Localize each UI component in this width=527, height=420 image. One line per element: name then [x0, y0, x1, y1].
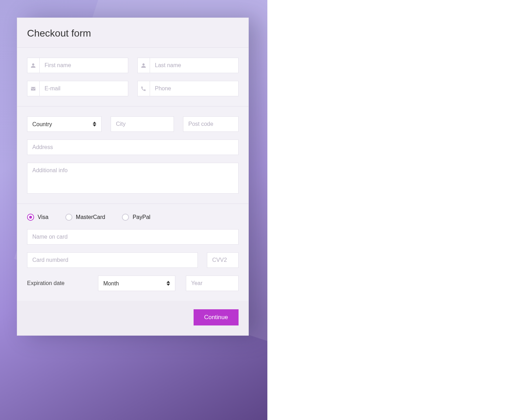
phone-group	[137, 81, 239, 96]
radio-paypal[interactable]: PayPal	[122, 214, 150, 221]
radio-mastercard[interactable]: MasterCard	[65, 214, 105, 221]
first-name-input[interactable]	[40, 58, 128, 73]
radio-dot-icon	[65, 214, 72, 221]
phone-input[interactable]	[150, 81, 238, 96]
user-icon	[27, 58, 40, 73]
radio-dot-icon	[27, 214, 34, 221]
email-input[interactable]	[40, 81, 128, 96]
year-input[interactable]	[186, 276, 239, 291]
country-select[interactable]: Country	[27, 117, 101, 131]
payment-method-radios: Visa MasterCard PayPal	[27, 214, 239, 221]
card-footer: Continue	[17, 301, 248, 335]
page-title: Checkout form	[27, 28, 239, 39]
card-number-input[interactable]	[27, 252, 198, 268]
user-icon	[138, 58, 150, 73]
radio-visa[interactable]: Visa	[27, 214, 48, 221]
radio-label: PayPal	[132, 214, 150, 220]
last-name-input[interactable]	[150, 58, 238, 73]
checkout-card: Checkout form	[17, 18, 249, 336]
radio-dot-icon	[122, 214, 129, 221]
country-select-wrap: Country	[27, 116, 102, 132]
name-on-card-input[interactable]	[27, 229, 239, 245]
radio-label: Visa	[38, 214, 48, 220]
continue-button[interactable]: Continue	[194, 309, 239, 325]
postcode-input[interactable]	[183, 116, 239, 132]
additional-info-textarea[interactable]	[27, 163, 239, 194]
expiration-label: Expiration date	[27, 280, 87, 286]
last-name-group	[137, 58, 239, 73]
radio-label: MasterCard	[76, 214, 105, 220]
cvv-input[interactable]	[207, 252, 239, 268]
first-name-group	[27, 58, 128, 73]
address-input[interactable]	[27, 140, 239, 155]
phone-icon	[138, 81, 150, 96]
section-address: Country	[17, 106, 248, 204]
month-select[interactable]: Month	[98, 276, 175, 291]
card-header: Checkout form	[17, 18, 248, 48]
section-personal	[17, 48, 248, 106]
city-input[interactable]	[111, 116, 174, 132]
month-select-wrap: Month	[98, 276, 175, 291]
envelope-icon	[27, 81, 40, 96]
email-group	[27, 81, 128, 96]
section-payment: Visa MasterCard PayPal Expiration	[17, 204, 248, 301]
